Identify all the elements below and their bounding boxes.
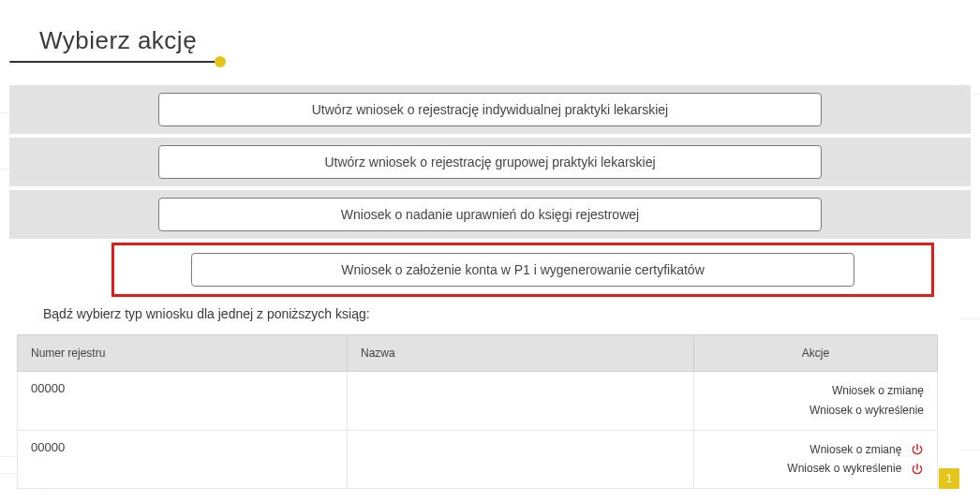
link-change[interactable]: Wniosek o zmianę (809, 441, 901, 459)
col-header-number: Numer rejestru (18, 335, 348, 372)
action-strip: Wniosek o nadanie uprawnień do księgi re… (9, 190, 971, 239)
link-change[interactable]: Wniosek o zmianę (832, 382, 924, 400)
col-header-actions: Akcje (694, 335, 938, 372)
col-header-name: Nazwa (348, 335, 694, 372)
action-strip: Utwórz wniosek o rejestrację indywidualn… (9, 85, 971, 134)
subtext: Bądź wybierz typ wniosku dla jednej z po… (43, 306, 971, 321)
pager-current[interactable]: 1 (939, 468, 959, 489)
cell-actions: Wniosek o zmianę Wniosek o wykreślenie (694, 372, 938, 431)
power-icon (911, 443, 924, 456)
title-rule (9, 61, 220, 63)
page-title: Wybierz akcję (39, 26, 971, 55)
link-delete[interactable]: Wniosek o wykreślenie (809, 402, 924, 420)
action-grant-rights[interactable]: Wniosek o nadanie uprawnień do księgi re… (158, 198, 822, 231)
action-create-p1-account[interactable]: Wniosek o założenie konta w P1 i wygener… (191, 253, 854, 287)
books-table: Numer rejestru Nazwa Akcje 00000 Wniosek… (17, 334, 938, 489)
link-delete[interactable]: Wniosek o wykreślenie (787, 460, 901, 478)
cell-name (348, 430, 694, 489)
action-create-individual[interactable]: Utwórz wniosek o rejestrację indywidualn… (158, 93, 822, 126)
cell-number: 00000 (18, 430, 348, 489)
table-header-row: Numer rejestru Nazwa Akcje (18, 335, 938, 372)
cell-name (348, 372, 694, 431)
power-icon (911, 463, 924, 476)
cell-number: 00000 (18, 372, 348, 431)
highlighted-action-wrapper: Wniosek o założenie konta w P1 i wygener… (111, 243, 934, 297)
table-row: 00000 Wniosek o zmianę Wniosek o wykreśl… (18, 372, 938, 431)
action-create-group[interactable]: Utwórz wniosek o rejestrację grupowej pr… (158, 145, 822, 179)
table-row: 00000 Wniosek o zmianę Wniosek o wykreśl… (18, 430, 938, 489)
cell-actions: Wniosek o zmianę Wniosek o wykreślenie (694, 430, 938, 489)
action-strip: Utwórz wniosek o rejestrację grupowej pr… (9, 138, 971, 186)
